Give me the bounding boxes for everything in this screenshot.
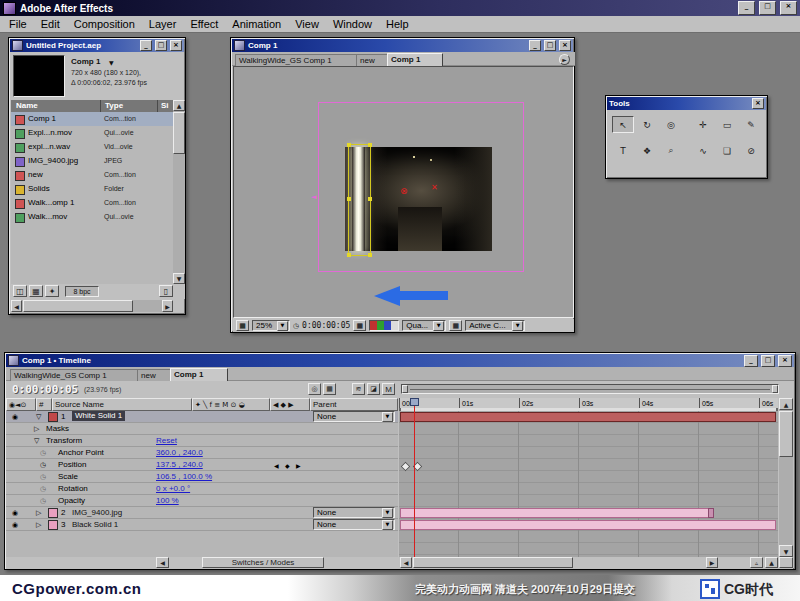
parent-dropdown[interactable]: None ▼ xyxy=(313,411,395,422)
reset-link[interactable]: Reset xyxy=(156,436,177,445)
column-number[interactable]: # xyxy=(36,398,52,411)
tools-titlebar[interactable]: Tools × xyxy=(607,97,766,110)
selection-handle[interactable] xyxy=(347,253,351,257)
item-name[interactable]: IMG_9400.jpg xyxy=(28,156,78,165)
layer-bar-end-handle[interactable] xyxy=(708,508,714,518)
scale-value[interactable]: 106.5 , 100.0 % xyxy=(156,472,212,481)
eye-icon[interactable]: ◉ xyxy=(12,521,18,529)
item-name[interactable]: Walk...omp 1 xyxy=(28,198,74,207)
type-tool[interactable]: T xyxy=(612,142,634,159)
new-folder-icon[interactable]: ✦ xyxy=(45,285,59,297)
twirl-open-icon[interactable]: ▽ xyxy=(34,437,39,445)
selection-handle[interactable] xyxy=(368,143,372,147)
layer-name[interactable]: IMG_9400.jpg xyxy=(72,508,122,517)
blue-channel-swatch[interactable] xyxy=(384,321,391,330)
project-row[interactable]: Expl...n.mov Qui...ovie xyxy=(11,126,173,140)
comp-flowchart-icon[interactable]: ◎ xyxy=(308,383,321,395)
minimize-button[interactable]: _ xyxy=(140,40,152,51)
layer-row-3[interactable]: ◉ ▷ 3 Black Solid 1 None ▼ xyxy=(6,519,398,531)
zoom-select[interactable]: 25%▼ xyxy=(252,320,290,331)
menu-effect[interactable]: Effect xyxy=(183,17,225,31)
clock-icon[interactable]: ◷ xyxy=(293,322,299,330)
item-name[interactable]: Solids xyxy=(28,184,50,193)
safe-zones-icon[interactable]: ▦ xyxy=(353,320,366,331)
transform-label[interactable]: Transform xyxy=(46,436,82,445)
anchor-point-value[interactable]: 360.0 , 240.0 xyxy=(156,448,203,457)
rotation-tool[interactable]: ↻ xyxy=(636,116,658,133)
comp-timecode[interactable]: 0:00:00:05 xyxy=(302,321,350,330)
project-row[interactable]: new Com...tion xyxy=(11,168,173,182)
position-value[interactable]: 137.5 , 240.0 xyxy=(156,460,203,469)
stopwatch-icon[interactable]: ◷ xyxy=(40,473,46,481)
selection-handle[interactable] xyxy=(368,197,372,201)
item-name[interactable]: Expl...n.mov xyxy=(28,128,72,137)
trash-icon[interactable]: ▯ xyxy=(159,285,173,297)
item-name[interactable]: expl...n.wav xyxy=(28,142,70,151)
project-row[interactable]: expl...n.wav Vid...ovie xyxy=(11,140,173,154)
timeline-graph-area[interactable] xyxy=(399,411,778,557)
label-color-chip[interactable] xyxy=(48,508,58,518)
navigator-start-handle[interactable] xyxy=(402,385,408,393)
item-name[interactable]: new xyxy=(28,170,43,179)
project-vscrollbar[interactable]: ▲ ▼ xyxy=(173,100,185,284)
layer-name[interactable]: White Solid 1 xyxy=(72,411,125,421)
time-navigator[interactable] xyxy=(401,384,779,394)
motion-blur-m-icon[interactable]: M xyxy=(382,383,395,395)
menu-layer[interactable]: Layer xyxy=(142,17,184,31)
navigator-end-handle[interactable] xyxy=(772,385,778,393)
layer-row-1[interactable]: ◉ ▽ 1 White Solid 1 None ▼ xyxy=(6,411,398,423)
project-row[interactable]: Walk...mov Qui...ovie xyxy=(11,210,173,224)
mask-rect-tool[interactable]: ▭ xyxy=(716,116,738,133)
twirl-open-icon[interactable]: ▽ xyxy=(36,413,41,421)
stopwatch-icon[interactable]: ◷ xyxy=(40,449,46,457)
stopwatch-icon[interactable]: ◷ xyxy=(40,461,46,469)
menu-composition[interactable]: Composition xyxy=(67,17,142,31)
opacity-row[interactable]: ◷ Opacity 100 % xyxy=(6,495,398,507)
project-row[interactable]: Solids Folder xyxy=(11,182,173,196)
red-channel-swatch[interactable] xyxy=(370,321,377,330)
scroll-thumb[interactable] xyxy=(23,300,133,312)
resolution-icon[interactable]: ▦ xyxy=(449,320,462,331)
cgpower-logo[interactable]: CGpower.com.cn xyxy=(12,580,142,597)
column-size[interactable]: Si xyxy=(161,101,169,110)
minimize-button[interactable]: _ xyxy=(744,355,758,367)
tab-menu-play-icon[interactable]: ► xyxy=(559,54,570,65)
comp-viewport[interactable]: ◄ ⊗ ✕ xyxy=(233,66,574,318)
position-row[interactable]: ◷ Position 137.5 , 240.0 ◀ ◆ ▶ xyxy=(6,459,398,471)
item-name[interactable]: Comp 1 xyxy=(28,114,56,123)
close-button[interactable]: × xyxy=(778,355,792,367)
pan-behind-tool[interactable]: ✛ xyxy=(692,116,714,133)
close-button[interactable]: × xyxy=(752,98,764,109)
project-row[interactable]: IMG_9400.jpg JPEG xyxy=(11,154,173,168)
selection-tool[interactable]: ↖ xyxy=(612,116,634,133)
label-color-chip[interactable] xyxy=(48,412,58,422)
current-time-indicator-head[interactable] xyxy=(410,398,419,406)
close-button[interactable]: × xyxy=(170,40,182,51)
layer-bar-white-solid[interactable] xyxy=(400,412,776,422)
maximize-button[interactable]: □ xyxy=(759,1,776,15)
zoom-in-icon[interactable]: ▲ xyxy=(765,557,778,568)
layer-anchor-point-icon[interactable]: ⊗ xyxy=(400,186,408,196)
project-row[interactable]: Walk...omp 1 Com...tion xyxy=(11,196,173,210)
twirl-closed-icon[interactable]: ▷ xyxy=(36,509,41,517)
project-hscrollbar[interactable]: ◀ ▶ xyxy=(11,300,173,312)
timeline-titlebar[interactable]: Comp 1 • Timeline _ □ × xyxy=(6,354,794,367)
scroll-thumb[interactable] xyxy=(779,411,793,457)
twirl-closed-icon[interactable]: ▷ xyxy=(34,425,39,433)
menu-view[interactable]: View xyxy=(288,17,326,31)
preview-comp-name[interactable]: Comp 1 xyxy=(71,57,100,66)
pane-left-icon[interactable]: ◀ xyxy=(156,557,169,568)
orbit-camera-tool[interactable]: ◎ xyxy=(660,116,682,133)
column-parent[interactable]: Parent xyxy=(310,398,398,411)
channel-selector[interactable] xyxy=(369,320,399,331)
eye-icon[interactable]: ◉ xyxy=(12,413,18,421)
current-time-display[interactable]: 0:00:00:05 xyxy=(12,383,78,396)
menu-file[interactable]: File xyxy=(2,17,34,31)
selection-handle[interactable] xyxy=(347,143,351,147)
menu-edit[interactable]: Edit xyxy=(34,17,67,31)
comp-titlebar[interactable]: Comp 1 _ □ × xyxy=(232,39,573,52)
current-time-indicator-line[interactable] xyxy=(414,406,415,557)
maximize-button[interactable]: □ xyxy=(761,355,775,367)
grid-options-icon[interactable]: ▦ xyxy=(236,320,249,331)
timeline-vscrollbar[interactable]: ▲ ▼ xyxy=(779,398,793,557)
